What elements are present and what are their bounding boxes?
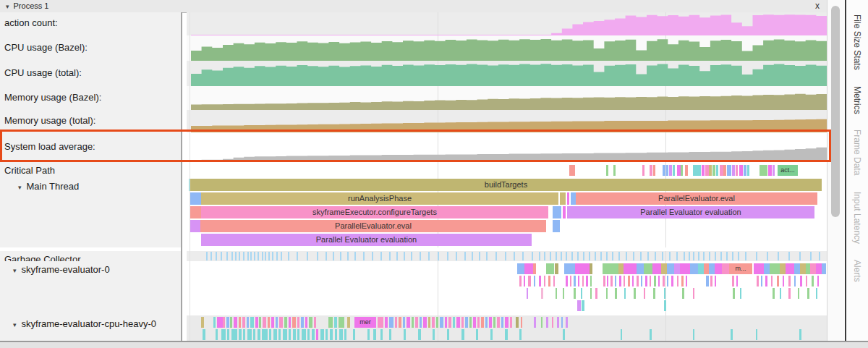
trace-slice[interactable] [810,263,816,274]
trace-slice[interactable] [693,288,694,299]
trace-slice[interactable] [334,317,337,328]
horizontal-scrollbar[interactable] [0,341,868,348]
trace-slice[interactable] [528,276,531,287]
trace-slice[interactable] [669,165,672,176]
trace-slice[interactable] [231,252,233,260]
trace-slice[interactable] [247,317,249,328]
trace-slice[interactable] [709,165,712,176]
trace-slice[interactable] [262,329,268,340]
trace-slice[interactable] [703,252,705,260]
trace-slice[interactable] [589,252,590,260]
trace-slice[interactable] [603,263,618,274]
trace-slice[interactable] [702,165,705,176]
trace-slice[interactable] [271,317,274,328]
trace-slice[interactable] [320,329,324,340]
trace-slice[interactable] [519,329,522,340]
trace-slice[interactable] [560,192,566,205]
track-canvas-cpu-bazel[interactable] [187,35,827,61]
trace-slice[interactable] [399,317,401,328]
trace-slice[interactable] [738,252,739,260]
trace-slice[interactable] [761,276,762,287]
trace-slice[interactable] [768,165,772,176]
trace-slice[interactable] [344,329,346,340]
trace-slice[interactable] [819,252,820,260]
trace-slice[interactable] [757,276,759,287]
trace-slice[interactable] [404,329,406,340]
trace-slice[interactable] [428,252,430,260]
track-canvas-cpu-total[interactable] [187,61,827,86]
track-canvas-garbage-collector[interactable] [187,251,827,261]
trace-slice[interactable] [642,165,644,176]
trace-slice[interactable] [477,317,480,328]
trace-slice[interactable] [689,252,690,260]
trace-slice[interactable] [552,317,553,328]
trace-slice[interactable] [268,252,270,260]
trace-slice[interactable] [418,329,421,340]
vertical-scrollbar-thumb[interactable] [831,6,840,217]
trace-slice[interactable] [727,165,731,176]
trace-slice[interactable] [806,276,807,287]
trace-slice[interactable] [521,317,522,328]
trace-slice[interactable] [532,252,533,260]
trace-slice[interactable] [709,252,710,260]
trace-slice[interactable] [722,263,729,274]
trace-slice[interactable] [693,252,694,260]
sidebar-tab-metrics[interactable]: Metrics [852,86,862,114]
trace-slice[interactable] [447,252,448,260]
trace-slice[interactable] [544,276,545,287]
trace-slice[interactable] [316,329,318,340]
trace-slice[interactable] [682,288,684,299]
trace-slice[interactable] [302,329,306,340]
trace-slice[interactable] [654,276,656,287]
trace-slice[interactable] [788,252,790,260]
trace-slice[interactable] [624,263,637,274]
trace-slice[interactable] [715,276,716,287]
trace-slice[interactable] [312,329,315,340]
collapse-icon[interactable]: ▾ [18,184,22,191]
trace-slice[interactable] [440,317,443,328]
close-button[interactable]: x [815,0,820,12]
trace-slice[interactable] [524,276,525,287]
trace-slice[interactable] [230,317,232,328]
trace-slice[interactable] [564,263,575,274]
trace-slice[interactable] [516,317,519,328]
trace-slice[interactable] [690,263,698,274]
collapse-icon[interactable]: ▾ [13,267,17,274]
trace-slice[interactable] [250,317,254,328]
trace-slice[interactable] [258,329,260,340]
trace-slice[interactable] [389,317,393,328]
trace-slice[interactable] [380,329,383,340]
trace-slice[interactable] [780,288,781,299]
trace-slice[interactable] [423,317,427,328]
trace-slice-labeled[interactable]: act... [778,165,798,176]
trace-slice[interactable] [612,252,613,260]
trace-slice[interactable] [733,288,735,299]
trace-slice[interactable] [574,288,576,299]
trace-slice[interactable] [606,252,608,260]
trace-slice[interactable] [243,329,245,340]
trace-slice[interactable] [273,329,277,340]
trace-slice[interactable] [221,252,222,260]
trace-slice[interactable] [373,329,376,340]
trace-slice[interactable] [681,165,683,176]
trace-slice[interactable] [676,252,678,260]
trace-slice[interactable] [652,263,661,274]
trace-slice[interactable] [650,276,651,287]
trace-slice[interactable] [239,317,241,328]
trace-slice[interactable] [723,165,726,176]
trace-slice[interactable] [395,317,397,328]
trace-slice-labeled[interactable]: skyframeExecutor.configureTargets [201,206,548,218]
trace-slice[interactable] [726,252,728,260]
trace-slice[interactable] [770,263,780,274]
vertical-scrollbar[interactable] [827,0,846,341]
trace-slice[interactable] [595,288,597,299]
trace-slice[interactable] [354,252,356,260]
trace-slice[interactable] [732,276,734,287]
trace-slice[interactable] [490,329,493,340]
trace-slice[interactable] [428,317,430,328]
trace-slice[interactable] [663,165,665,176]
trace-slice[interactable] [566,276,568,287]
trace-slice[interactable] [556,288,557,299]
trace-slice[interactable] [289,329,291,340]
trace-slice[interactable] [613,165,616,176]
